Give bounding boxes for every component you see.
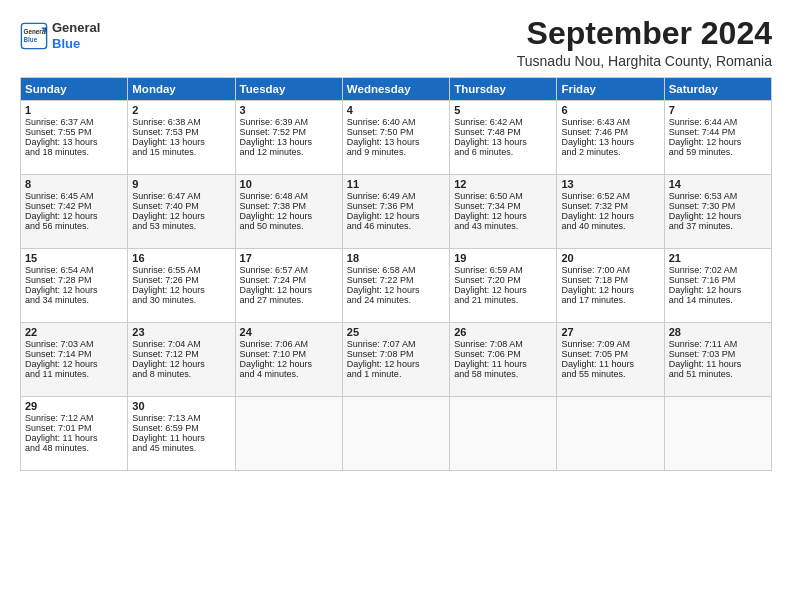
day-number: 1 <box>25 104 123 116</box>
day-info-line: Daylight: 12 hours <box>132 211 230 221</box>
day-info-line: Daylight: 12 hours <box>561 211 659 221</box>
day-info-line: Sunrise: 7:06 AM <box>240 339 338 349</box>
day-info-line: Sunrise: 6:58 AM <box>347 265 445 275</box>
calendar-week-row: 1Sunrise: 6:37 AMSunset: 7:55 PMDaylight… <box>21 101 772 175</box>
day-info-line: Sunrise: 7:12 AM <box>25 413 123 423</box>
weekday-header-monday: Monday <box>128 78 235 101</box>
day-info-line: and 6 minutes. <box>454 147 552 157</box>
calendar-cell: 4Sunrise: 6:40 AMSunset: 7:50 PMDaylight… <box>342 101 449 175</box>
day-info-line: Sunset: 7:52 PM <box>240 127 338 137</box>
day-info-line: Daylight: 12 hours <box>240 211 338 221</box>
day-number: 15 <box>25 252 123 264</box>
day-info-line: Sunrise: 6:47 AM <box>132 191 230 201</box>
calendar-week-row: 29Sunrise: 7:12 AMSunset: 7:01 PMDayligh… <box>21 397 772 471</box>
day-info-line: Sunrise: 7:02 AM <box>669 265 767 275</box>
weekday-header-saturday: Saturday <box>664 78 771 101</box>
logo-icon: General Blue <box>20 22 48 50</box>
day-info-line: and 9 minutes. <box>347 147 445 157</box>
day-info-line: Daylight: 12 hours <box>25 211 123 221</box>
day-info-line: Sunrise: 6:55 AM <box>132 265 230 275</box>
day-info-line: Sunset: 7:22 PM <box>347 275 445 285</box>
day-number: 6 <box>561 104 659 116</box>
day-number: 30 <box>132 400 230 412</box>
calendar-cell: 14Sunrise: 6:53 AMSunset: 7:30 PMDayligh… <box>664 175 771 249</box>
day-info-line: Sunset: 7:24 PM <box>240 275 338 285</box>
calendar-cell: 28Sunrise: 7:11 AMSunset: 7:03 PMDayligh… <box>664 323 771 397</box>
day-info-line: Daylight: 13 hours <box>25 137 123 147</box>
day-info-line: Sunset: 7:40 PM <box>132 201 230 211</box>
calendar-cell: 5Sunrise: 6:42 AMSunset: 7:48 PMDaylight… <box>450 101 557 175</box>
day-info-line: Sunset: 7:53 PM <box>132 127 230 137</box>
day-info-line: Daylight: 12 hours <box>25 285 123 295</box>
day-number: 25 <box>347 326 445 338</box>
day-info-line: Sunrise: 6:50 AM <box>454 191 552 201</box>
day-number: 12 <box>454 178 552 190</box>
day-number: 5 <box>454 104 552 116</box>
day-info-line: Sunset: 7:08 PM <box>347 349 445 359</box>
day-info-line: and 34 minutes. <box>25 295 123 305</box>
day-info-line: Sunset: 7:26 PM <box>132 275 230 285</box>
day-number: 28 <box>669 326 767 338</box>
weekday-header-friday: Friday <box>557 78 664 101</box>
day-info-line: Daylight: 12 hours <box>347 211 445 221</box>
day-info-line: Sunset: 7:34 PM <box>454 201 552 211</box>
day-info-line: Daylight: 13 hours <box>454 137 552 147</box>
page: General Blue General Blue September 2024… <box>0 0 792 612</box>
day-info-line: and 51 minutes. <box>669 369 767 379</box>
day-info-line: Sunrise: 7:13 AM <box>132 413 230 423</box>
day-info-line: and 53 minutes. <box>132 221 230 231</box>
calendar-cell: 12Sunrise: 6:50 AMSunset: 7:34 PMDayligh… <box>450 175 557 249</box>
day-info-line: Daylight: 12 hours <box>240 285 338 295</box>
day-info-line: Sunrise: 6:40 AM <box>347 117 445 127</box>
day-info-line: Sunrise: 6:45 AM <box>25 191 123 201</box>
day-info-line: Sunrise: 6:57 AM <box>240 265 338 275</box>
calendar-cell: 27Sunrise: 7:09 AMSunset: 7:05 PMDayligh… <box>557 323 664 397</box>
day-info-line: and 43 minutes. <box>454 221 552 231</box>
day-info-line: Daylight: 12 hours <box>240 359 338 369</box>
calendar-cell: 26Sunrise: 7:08 AMSunset: 7:06 PMDayligh… <box>450 323 557 397</box>
calendar-cell: 7Sunrise: 6:44 AMSunset: 7:44 PMDaylight… <box>664 101 771 175</box>
day-info-line: and 24 minutes. <box>347 295 445 305</box>
day-info-line: Daylight: 12 hours <box>132 359 230 369</box>
day-info-line: Sunrise: 6:54 AM <box>25 265 123 275</box>
day-number: 23 <box>132 326 230 338</box>
day-info-line: Sunrise: 7:07 AM <box>347 339 445 349</box>
day-info-line: and 55 minutes. <box>561 369 659 379</box>
day-info-line: Sunrise: 6:43 AM <box>561 117 659 127</box>
weekday-header-row: SundayMondayTuesdayWednesdayThursdayFrid… <box>21 78 772 101</box>
day-info-line: Sunset: 7:48 PM <box>454 127 552 137</box>
calendar-cell: 6Sunrise: 6:43 AMSunset: 7:46 PMDaylight… <box>557 101 664 175</box>
day-info-line: and 45 minutes. <box>132 443 230 453</box>
day-number: 10 <box>240 178 338 190</box>
day-number: 27 <box>561 326 659 338</box>
day-number: 8 <box>25 178 123 190</box>
day-info-line: Sunrise: 7:11 AM <box>669 339 767 349</box>
day-info-line: Sunrise: 6:59 AM <box>454 265 552 275</box>
day-info-line: Sunset: 7:36 PM <box>347 201 445 211</box>
calendar-cell: 8Sunrise: 6:45 AMSunset: 7:42 PMDaylight… <box>21 175 128 249</box>
day-info-line: Daylight: 11 hours <box>25 433 123 443</box>
day-info-line: Sunrise: 7:08 AM <box>454 339 552 349</box>
location-subtitle: Tusnadu Nou, Harghita County, Romania <box>517 53 772 69</box>
month-title: September 2024 <box>517 16 772 51</box>
calendar-cell: 23Sunrise: 7:04 AMSunset: 7:12 PMDayligh… <box>128 323 235 397</box>
day-info-line: Daylight: 12 hours <box>25 359 123 369</box>
day-info-line: and 58 minutes. <box>454 369 552 379</box>
day-info-line: Daylight: 12 hours <box>347 285 445 295</box>
day-info-line: Sunset: 7:32 PM <box>561 201 659 211</box>
day-info-line: Daylight: 12 hours <box>454 285 552 295</box>
weekday-header-thursday: Thursday <box>450 78 557 101</box>
day-info-line: and 37 minutes. <box>669 221 767 231</box>
day-info-line: Sunset: 7:50 PM <box>347 127 445 137</box>
day-info-line: Sunrise: 6:53 AM <box>669 191 767 201</box>
day-info-line: and 27 minutes. <box>240 295 338 305</box>
day-info-line: Daylight: 12 hours <box>132 285 230 295</box>
calendar-cell <box>342 397 449 471</box>
day-info-line: and 17 minutes. <box>561 295 659 305</box>
title-block: September 2024 Tusnadu Nou, Harghita Cou… <box>517 16 772 69</box>
day-info-line: Sunset: 7:46 PM <box>561 127 659 137</box>
weekday-header-sunday: Sunday <box>21 78 128 101</box>
day-info-line: and 15 minutes. <box>132 147 230 157</box>
day-number: 7 <box>669 104 767 116</box>
day-info-line: Sunrise: 6:44 AM <box>669 117 767 127</box>
